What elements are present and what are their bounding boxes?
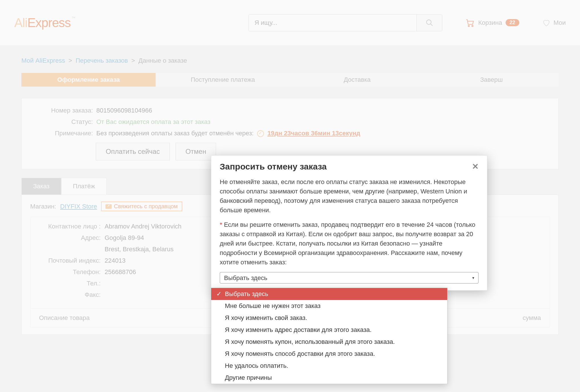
tab-order[interactable]: Заказ — [21, 178, 61, 195]
clock-icon — [257, 130, 264, 137]
address-label: Адрес: — [30, 234, 105, 242]
fax-label: Факс: — [30, 291, 105, 299]
address-line1: Gogolja 89-94 — [105, 234, 144, 242]
store-link[interactable]: DIYFIX Store — [60, 203, 97, 210]
svg-point-3 — [472, 25, 473, 26]
cart-icon — [465, 18, 475, 28]
modal-paragraph-1: Не отменяйте заказ, если после его оплат… — [220, 177, 479, 215]
reason-option-change-address[interactable]: Я хочу изменить адрес доставки для этого… — [211, 324, 447, 336]
reason-option-other[interactable]: Другие причины — [211, 372, 447, 384]
col-total: сумма — [523, 314, 541, 322]
close-icon[interactable]: ✕ — [472, 162, 479, 172]
search-button[interactable] — [416, 15, 442, 31]
search-wrap — [249, 14, 442, 31]
order-note-text: Без произведения оплаты заказ будет отме… — [96, 130, 360, 137]
reason-option-payment-failed[interactable]: Не удалось оплатить. — [211, 360, 447, 372]
contact-name: Abramov Andrej Viktorovich — [105, 223, 182, 230]
breadcrumb-current: Данные о заказе — [139, 57, 187, 64]
reason-option-change-order[interactable]: Я хочу изменить свой заказ. — [211, 312, 447, 324]
svg-line-1 — [430, 24, 432, 26]
phone-value: 256688706 — [105, 268, 136, 276]
order-countdown: 19дн 23часов 36мин 13секунд — [267, 130, 360, 137]
order-number: 8015096098104966 — [96, 107, 152, 114]
contact-name-label: Контактное лицо : — [30, 223, 105, 230]
cart-badge: 22 — [506, 19, 519, 26]
reason-option-change-coupon[interactable]: Я хочу поменять купон, использованный дл… — [211, 336, 447, 348]
envelope-icon — [105, 204, 112, 209]
logo[interactable]: AliExpress™ — [14, 16, 75, 30]
heart-icon — [542, 19, 551, 27]
search-icon — [426, 19, 434, 27]
cart-label: Корзина — [478, 19, 502, 26]
address-line2: Brest, Brestkaja, Belarus — [105, 246, 174, 253]
reason-dropdown: Выбрать здесь Мне больше не нужен этот з… — [211, 288, 447, 384]
order-status: От Вас ожидается оплата за этот заказ — [96, 118, 210, 126]
svg-point-0 — [426, 20, 431, 24]
reason-option-placeholder[interactable]: Выбрать здесь — [211, 288, 447, 300]
step-complete: Заверш — [424, 73, 559, 87]
col-description: Описание товара — [39, 314, 90, 322]
step-shipping: Доставка — [290, 73, 424, 87]
progress-steps: Оформление заказа Поступление платежа До… — [21, 73, 559, 87]
zip-value: 224013 — [105, 257, 125, 264]
modal-title: Запросить отмену заказа — [220, 162, 327, 172]
order-note-label: Примечание: — [33, 130, 93, 137]
reason-option-change-shipping[interactable]: Я хочу поменять способ доставки для этог… — [211, 348, 447, 360]
reason-select-value: Выбрать здесь — [224, 273, 267, 283]
phone-label: Телефон: — [30, 268, 105, 276]
reason-option-dont-need[interactable]: Мне больше не нужен этот заказ — [211, 300, 447, 312]
tab-payment[interactable]: Платёж — [61, 178, 107, 195]
breadcrumb-orders[interactable]: Перечень заказов — [76, 57, 128, 64]
reason-select[interactable]: Выбрать здесь ▾ — [220, 272, 479, 283]
cancel-order-button[interactable]: Отмен — [176, 143, 216, 160]
contact-seller-button[interactable]: Свяжитесь с продавцом — [101, 202, 182, 211]
chevron-down-icon: ▾ — [472, 275, 474, 281]
svg-point-2 — [468, 25, 469, 26]
breadcrumb: Мой AliExpress > Перечень заказов > Данн… — [21, 57, 559, 64]
zip-label: Почтовый индекс: — [30, 257, 105, 264]
modal-paragraph-2: * Если вы решите отменить заказ, продаве… — [220, 220, 479, 267]
tel-label: Тел.: — [30, 280, 105, 287]
header: AliExpress™ Корзина 22 Мои — [0, 0, 580, 46]
order-status-label: Статус: — [33, 118, 93, 126]
step-payment: Поступление платежа — [156, 73, 290, 87]
cancel-order-modal: Запросить отмену заказа ✕ Не отменяйте з… — [211, 155, 487, 291]
store-label: Магазин: — [30, 203, 56, 210]
wishlist-label: Мои — [553, 19, 566, 26]
pay-now-button[interactable]: Оплатить сейчас — [96, 143, 170, 160]
order-number-label: Номер заказа: — [33, 107, 93, 114]
search-input[interactable] — [249, 15, 416, 31]
cart-link[interactable]: Корзина 22 — [465, 18, 519, 28]
step-place-order: Оформление заказа — [21, 73, 156, 87]
breadcrumb-my[interactable]: Мой AliExpress — [21, 57, 65, 64]
wishlist-link[interactable]: Мои — [542, 19, 566, 27]
